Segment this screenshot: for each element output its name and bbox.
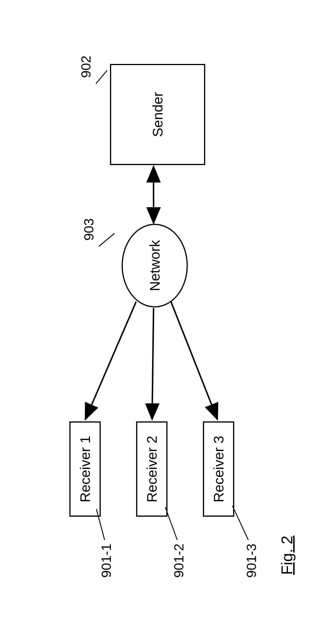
page: Sender 902 Network 903 Receiver 1 901-1 … bbox=[0, 0, 319, 644]
arrow-network-receiver2 bbox=[152, 308, 154, 419]
arrow-network-receiver1 bbox=[85, 302, 136, 419]
arrows-svg bbox=[14, 46, 304, 598]
diagram: Sender 902 Network 903 Receiver 1 901-1 … bbox=[14, 46, 304, 598]
arrow-network-receiver3 bbox=[171, 302, 217, 419]
diagram-container: Sender 902 Network 903 Receiver 1 901-1 … bbox=[0, 177, 319, 467]
